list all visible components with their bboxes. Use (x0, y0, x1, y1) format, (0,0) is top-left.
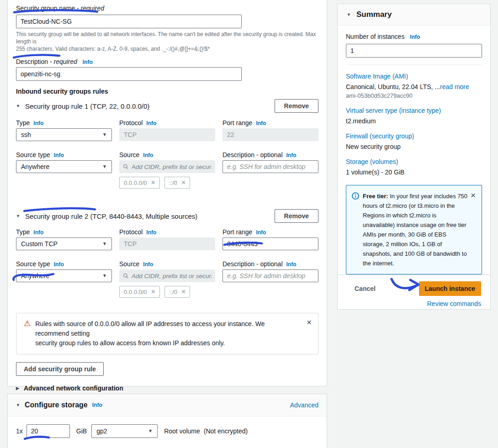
rule-2-remove-button[interactable]: Remove (275, 209, 318, 223)
rule-1-description-input[interactable] (223, 160, 318, 173)
security-group-name-input[interactable] (16, 15, 242, 28)
rule-1-description-cell: Description - optionalInfo (223, 151, 318, 189)
source-type-info-link[interactable]: Info (54, 152, 64, 158)
number-of-instances-input[interactable] (346, 44, 482, 58)
cancel-button[interactable]: Cancel (355, 285, 376, 292)
rule-2-expand-icon[interactable]: ▼ (16, 214, 20, 218)
advanced-network-configuration-expander[interactable]: ▶ Advanced network configuration (16, 385, 318, 392)
source-info-link[interactable]: Info (143, 152, 153, 158)
firewall-value: New security group (346, 143, 482, 150)
rule-1-remove-button[interactable]: Remove (275, 99, 318, 113)
warning-close-icon[interactable]: × (307, 318, 312, 327)
chip-close-icon[interactable]: × (181, 179, 185, 186)
protocol-info-link[interactable]: Info (146, 229, 156, 236)
free-tier-close-icon[interactable]: × (471, 191, 476, 200)
rule-2-type-select[interactable]: Custom TCP ▼ (16, 237, 112, 250)
summary-footer: Cancel Launch instance Review commands (338, 274, 490, 309)
open-cidr-warning: ⚠ Rules with source of 0.0.0.0/0 allow a… (16, 313, 318, 354)
instance-type-value: t2.medium (346, 117, 482, 125)
required-suffix: - required (77, 5, 104, 12)
storage-volumes-section: Storage (volumes) 1 volume(s) - 20 GiB (346, 158, 482, 176)
warning-triangle-icon: ⚠ (24, 319, 31, 328)
volume-unit-label: GiB (76, 427, 87, 435)
storage-expand-icon[interactable]: ▼ (16, 403, 20, 407)
configure-storage-title: Configure storage (25, 401, 88, 409)
chip-close-icon[interactable]: × (151, 179, 155, 186)
rule-2-description-input[interactable] (223, 269, 318, 282)
rule-2-description-cell: Description - optionalInfo (223, 260, 318, 298)
security-group-name-label: Security group name - required (16, 5, 318, 12)
rule-1-type-cell: TypeInfo ssh ▼ (16, 119, 112, 141)
rule-1-source-cell: SourceInfo 0.0.0.0/0× ::/0× (119, 151, 215, 189)
warning-text: Rules with source of 0.0.0.0/0 allow all… (35, 319, 300, 348)
search-icon (123, 163, 129, 170)
divider (346, 64, 482, 65)
port-range-info-link[interactable]: Info (256, 120, 266, 126)
launch-instance-button[interactable]: Launch instance (419, 281, 481, 296)
rule-1-source-input[interactable] (132, 163, 212, 170)
software-image-link[interactable]: Software Image (AMI) (346, 73, 408, 80)
rule-2-source-search[interactable] (119, 269, 215, 282)
rule-2-source-type-select[interactable]: Anywhere ▼ (16, 269, 112, 282)
ec2-launch-instance-page: { "icons": { "expanded": "▼", "collapsed… (0, 0, 498, 448)
storage-volumes-value: 1 volume(s) - 20 GiB (346, 169, 482, 176)
description-info-link[interactable]: Info (83, 59, 93, 65)
root-volume-label: Root volume (164, 427, 200, 435)
rule-2-source-type-cell: Source typeInfo Anywhere ▼ (16, 260, 112, 298)
rule-2-source-cell: SourceInfo 0.0.0.0/0× ::/0× (119, 260, 215, 298)
rule-1-expand-icon[interactable]: ▼ (16, 104, 20, 108)
free-tier-text: Free tier: In your first year includes 7… (363, 191, 469, 268)
summary-panel: ▼ Summary Number of instances Info Softw… (337, 4, 491, 310)
software-image-section: Software Image (AMI) Canonical, Ubuntu, … (346, 73, 482, 99)
rule-1-source-type-select[interactable]: Anywhere ▼ (16, 160, 112, 173)
review-commands-link[interactable]: Review commands (427, 300, 481, 307)
rule-1-source-search[interactable] (119, 160, 215, 173)
rule-1-port-cell: Port rangeInfo 22 (223, 119, 318, 141)
chevron-down-icon: ▼ (102, 164, 107, 169)
security-group-name-help: This security group will be added to all… (16, 31, 318, 53)
type-info-link[interactable]: Info (33, 120, 43, 126)
chevron-down-icon: ▼ (102, 132, 107, 137)
source-type-info-link[interactable]: Info (54, 261, 64, 268)
chevron-right-icon: ▶ (16, 386, 19, 390)
ami-id: ami-053b0d53c279acc90 (346, 92, 482, 99)
rule-1-source-type-cell: Source typeInfo Anywhere ▼ (16, 151, 112, 189)
storage-advanced-link[interactable]: Advanced (290, 401, 318, 409)
protocol-info-link[interactable]: Info (146, 120, 156, 126)
summary-expand-icon[interactable]: ▼ (347, 13, 351, 17)
port-range-info-link[interactable]: Info (256, 229, 266, 236)
volume-size-input[interactable] (26, 424, 70, 438)
storage-volumes-link[interactable]: Storage (volumes) (346, 158, 398, 165)
read-more-link[interactable]: read more (440, 83, 469, 90)
rule-description-info-link[interactable]: Info (286, 261, 297, 268)
rule-description-info-link[interactable]: Info (286, 152, 297, 158)
rule-2-source-input[interactable] (132, 273, 212, 279)
rule-2-protocol-field: TCP (119, 237, 215, 250)
software-image-value: Canonical, Ubuntu, 22.04 LTS, ...read mo… (346, 83, 482, 90)
source-info-link[interactable]: Info (143, 261, 153, 268)
cidr-chip: ::/0× (164, 286, 190, 298)
chevron-down-icon: ▼ (148, 429, 153, 433)
volume-type-select[interactable]: gp2 ▼ (91, 424, 158, 438)
chip-close-icon[interactable]: × (181, 288, 185, 295)
summary-title: Summary (356, 10, 392, 19)
chevron-down-icon: ▼ (102, 242, 107, 246)
rule-2-port-input[interactable] (223, 237, 318, 250)
instances-info-link[interactable]: Info (410, 34, 420, 40)
chip-close-icon[interactable]: × (151, 288, 155, 295)
security-group-rule-2: ▼ Security group rule 2 (TCP, 8440-8443,… (16, 209, 318, 298)
firewall-link[interactable]: Firewall (security group) (346, 132, 414, 140)
storage-info-link[interactable]: Info (92, 402, 102, 408)
description-input[interactable] (16, 67, 242, 81)
instance-type-link[interactable]: Virtual server type (instance type) (346, 107, 441, 114)
security-group-rule-1: ▼ Security group rule 1 (TCP, 22, 0.0.0.… (16, 99, 318, 189)
rule-1-type-select[interactable]: ssh ▼ (16, 128, 112, 141)
type-info-link[interactable]: Info (33, 229, 43, 236)
inbound-rules-title: Inbound security groups rules (16, 88, 318, 95)
number-of-instances-label: Number of instances Info (346, 33, 482, 40)
instance-type-section: Virtual server type (instance type) t2.m… (346, 107, 482, 125)
add-security-group-rule-button[interactable]: Add security group rule (16, 362, 104, 376)
rule-2-title: Security group rule 2 (TCP, 8440-8443, M… (25, 212, 197, 220)
encryption-status-label: (Not encrypted) (204, 427, 248, 435)
chevron-down-icon: ▼ (102, 274, 107, 278)
